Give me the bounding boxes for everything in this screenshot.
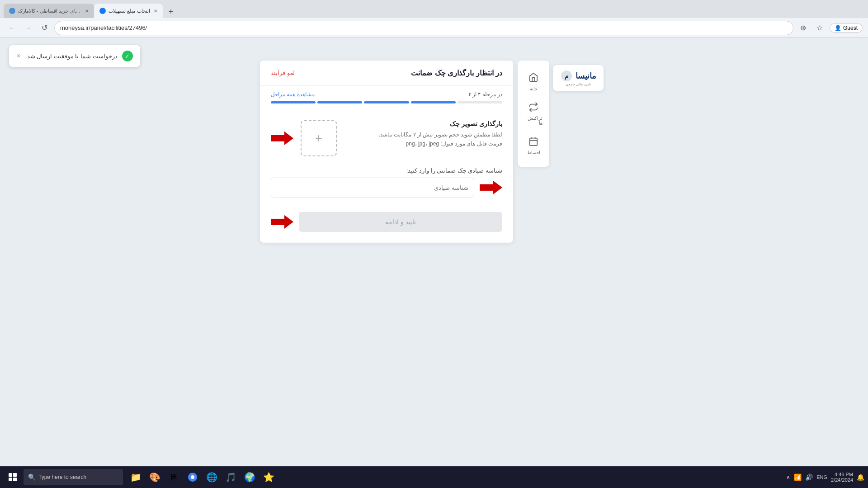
profile-icon: 👤 [835,25,841,31]
profile-button[interactable]: 👤 Guest [830,23,863,33]
progress-seg-5 [271,101,316,103]
start-button[interactable] [4,468,22,486]
tab1-favicon [9,8,15,14]
taskbar-app-star[interactable]: ⭐ [259,468,278,486]
panel-header: در انتظار بارگذاری چک ضمانت لغو فرآیند [260,61,513,86]
tab2-favicon [99,8,106,14]
svg-marker-0 [271,131,293,145]
taskbar-date: 2/24/2024 [831,477,853,483]
logo-area: مانیسا م تامین مالی جمعی [553,61,604,91]
arrow-input-icon [480,181,502,194]
taskbar-clock: 4:46 PM 2/24/2024 [831,472,853,483]
taskbar-app-chrome[interactable]: 🌐 [203,468,221,486]
upload-box[interactable]: + [301,120,337,156]
notification-close[interactable]: ✕ [16,53,21,59]
progress-area: در مرحله ۴ از ۴ مشاهده همه مراحل [260,86,513,109]
progress-seg-4 [317,101,362,103]
svg-marker-2 [271,215,293,229]
progress-seg-1 [458,101,502,103]
submit-button[interactable]: تایید و ادامه [299,212,502,232]
taskbar-search[interactable]: 🔍 Type here to search [24,469,123,485]
progress-step-text: در مرحله ۴ از ۴ [468,91,502,98]
notifications-icon[interactable]: 🔔 [857,474,864,481]
svg-rect-11 [9,478,12,481]
home-label: خانه [530,86,538,91]
bookmark-icon[interactable]: ☆ [813,22,826,34]
logo-box: مانیسا م تامین مالی جمعی [553,65,604,91]
taskbar-app-ps[interactable]: 🎨 [146,468,164,486]
taskbar-search-text: Type here to search [38,474,86,480]
taskbar-app-chrome-blue[interactable] [184,468,202,486]
logo-icon: م [560,70,573,82]
taskbar-search-icon: 🔍 [28,474,36,481]
main-layout: در انتظار بارگذاری چک ضمانت لغو فرآیند د… [260,61,608,243]
taskbar-up-arrow[interactable]: ∧ [786,474,790,480]
tab2-label: انتخاب مبلغ تسهیلات [108,8,150,14]
transactions-label: تراکنش ها [524,116,542,126]
tab2-close[interactable]: ✕ [154,9,157,14]
sidebar-item-transactions[interactable]: تراکنش ها [520,98,547,130]
taskbar-app-chrome2[interactable]: 🌍 [241,468,259,486]
upload-desc-line1: لطفا مطمئن شوید حجم تصویر بیش از ۲ مگابا… [344,130,502,139]
upload-info: بارگذاری تصویر چک لطفا مطمئن شوید حجم تص… [344,120,502,149]
speaker-icon: 🔊 [805,474,813,481]
progress-view-all[interactable]: مشاهده همه مراحل [271,91,315,98]
notification-text: درخواست شما با موفقیت ارسال شد. [25,53,118,60]
cancel-link[interactable]: لغو فرآیند [271,70,295,76]
content-panel: در انتظار بارگذاری چک ضمانت لغو فرآیند د… [260,61,513,243]
tab-bar: راهنمای خرید اقساطی - کالامارک ✕ انتخاب … [0,0,868,18]
sidebar: خانه تراکنش ها [518,61,549,167]
progress-bar [271,101,502,103]
submit-area: تایید و ادامه [260,205,513,243]
svg-point-14 [191,475,194,479]
taskbar-app-podcast[interactable]: 🎵 [222,468,240,486]
tab1-close[interactable]: ✕ [85,9,89,14]
arrow-right-icon [271,131,293,145]
svg-rect-9 [9,473,12,477]
svg-rect-10 [13,473,17,477]
forward-button[interactable]: → [22,22,34,34]
upload-plus-icon: + [315,131,322,145]
address-bar[interactable]: moneysa.ir/panel/facilities/27496/ [54,21,793,35]
field-label: شناسه صیادی چک ضمانتی را وارد کنید: [271,167,502,174]
profile-label: Guest [843,25,858,31]
serial-input[interactable] [271,178,474,197]
lang-indicator: ENG [816,474,827,480]
submit-wrapper: تایید و ادامه [271,212,502,232]
taskbar-right: ∧ 📶 🔊 ENG 4:46 PM 2/24/2024 🔔 [786,472,864,483]
installments-icon [528,136,538,148]
back-button[interactable]: ← [5,22,18,34]
progress-seg-2 [411,101,456,103]
input-wrapper [271,178,502,197]
notification-bar: ✕ درخواست شما با موفقیت ارسال شد. ✓ [9,45,140,67]
notification-check-icon: ✓ [122,51,133,61]
submit-arrow [271,215,293,229]
field-section: شناسه صیادی چک ضمانتی را وارد کنید: [271,167,502,197]
sidebar-item-home[interactable]: خانه [520,68,547,96]
taskbar-time: 4:46 PM [835,472,853,477]
svg-rect-12 [13,478,17,481]
taskbar: 🔍 Type here to search 📁 🎨 🖥 🌐 🎵 🌍 ⭐ ∧ 📶 … [0,466,868,488]
tab-2[interactable]: انتخاب مبلغ تسهیلات ✕ [94,4,163,18]
logo-sub: تامین مالی جمعی [566,82,591,86]
svg-text:م: م [565,72,569,80]
new-tab-button[interactable]: + [165,5,177,18]
reload-button[interactable]: ↺ [38,22,51,34]
upload-arrow [271,131,293,145]
address-text: moneysa.ir/panel/facilities/27496/ [60,24,147,31]
taskbar-app-windows[interactable]: 🖥 [165,468,183,486]
taskbar-app-file-explorer[interactable]: 📁 [127,468,145,486]
browser-toolbar: ← → ↺ moneysa.ir/panel/facilities/27496/… [0,18,868,38]
input-arrow [480,181,502,194]
tab1-label: راهنمای خرید اقساطی - کالامارک [18,8,81,14]
taskbar-apps: 📁 🎨 🖥 🌐 🎵 🌍 ⭐ [127,468,278,486]
upload-title: بارگذاری تصویر چک [344,120,502,127]
logo-brand: مانیسا [576,71,596,81]
upload-section: بارگذاری تصویر چک لطفا مطمئن شوید حجم تص… [271,120,502,156]
translate-icon[interactable]: ⊕ [797,22,810,34]
tab-1[interactable]: راهنمای خرید اقساطی - کالامارک ✕ [4,4,94,18]
sidebar-item-installments[interactable]: اقساط [520,132,547,160]
panel-title: در انتظار بارگذاری چک ضمانت [411,69,502,77]
progress-seg-3 [364,101,409,103]
browser-chrome: راهنمای خرید اقساطی - کالامارک ✕ انتخاب … [0,0,868,38]
